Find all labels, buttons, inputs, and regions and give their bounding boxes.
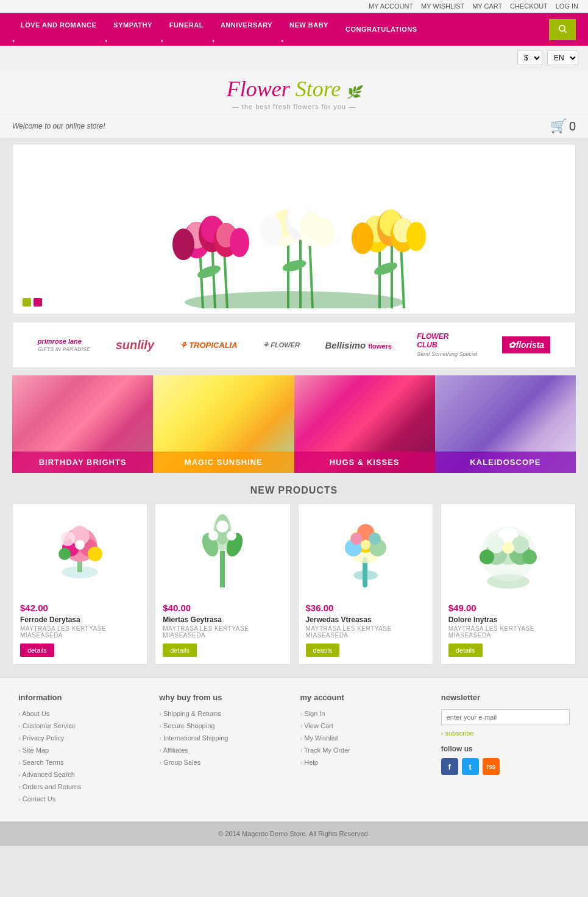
svg-point-67 — [361, 540, 370, 550]
svg-point-66 — [369, 533, 381, 545]
hero-dot-2[interactable] — [34, 298, 42, 307]
svg-line-10 — [401, 244, 404, 308]
footer-link-contact[interactable]: Contact Us — [18, 795, 55, 803]
details-button-2[interactable]: details — [163, 644, 197, 657]
product-price-4: $49.00 — [448, 603, 568, 613]
footer-link-affiliates[interactable]: Affiliates — [159, 746, 188, 754]
svg-point-46 — [60, 531, 75, 546]
footer-link-view-cart[interactable]: View Cart — [300, 722, 333, 729]
nav-anniversary[interactable]: ANNIVERSARY — [212, 13, 281, 37]
product-flower-1-svg — [49, 517, 110, 590]
footer-link-advanced-search[interactable]: Advanced Search — [18, 771, 75, 778]
product-flower-4-svg — [475, 514, 542, 594]
svg-point-38 — [185, 291, 404, 308]
footer-link-search-terms[interactable]: Search Terms — [18, 759, 63, 766]
welcome-bar: Welcome to our online store! 🛒 0 — [0, 114, 588, 138]
footer-my-account-list: Sign In View Cart My Wishlist Track My O… — [300, 709, 429, 767]
subscribe-button[interactable]: subscribe — [441, 729, 474, 737]
footer-link-help[interactable]: Help — [300, 759, 318, 766]
hero-dot-1[interactable] — [23, 298, 31, 307]
svg-point-28 — [260, 214, 282, 246]
my-account-link[interactable]: MY ACCOUNT — [369, 2, 413, 10]
hero-dots — [23, 298, 42, 307]
product-flower-3-svg — [335, 514, 396, 594]
hero-banner — [12, 144, 576, 314]
category-kaleidoscope[interactable]: KALEIDOSCOPE — [435, 375, 576, 473]
my-cart-link[interactable]: MY CART — [472, 2, 502, 10]
product-card-1: $42.00 Ferrode Derytasa MAYTRASA LES KER… — [12, 503, 147, 665]
product-image-3 — [306, 511, 425, 597]
nav-love-romance[interactable]: LOVE AND ROMANCE — [12, 13, 105, 37]
svg-point-48 — [88, 547, 102, 561]
footer-newsletter-heading: newsletter — [441, 693, 570, 702]
product-desc-4: MAYTRASA LES KERTYASE MIASEASEDA — [448, 625, 568, 639]
utility-bar: $ € EN FR — [0, 46, 588, 70]
newsletter-email-input[interactable] — [441, 709, 570, 725]
cart-icon[interactable]: 🛒 0 — [550, 118, 576, 134]
site-tagline: — the best fresh flowers for you — — [12, 103, 576, 110]
footer-link-signin[interactable]: Sign In — [300, 710, 325, 717]
product-image-4 — [448, 511, 568, 597]
site-logo: Flower Store 🌿 — [12, 76, 576, 102]
footer-link-privacy[interactable]: Privacy Policy — [18, 734, 64, 742]
svg-point-20 — [172, 229, 194, 260]
search-button[interactable] — [549, 19, 576, 40]
product-image-1 — [20, 511, 140, 597]
new-products-title: NEW PRODUCTS — [0, 485, 588, 496]
nav-list: LOVE AND ROMANCE SYMPATHY FUNERAL ANNIVE… — [12, 13, 549, 46]
footer-link-wishlist[interactable]: My Wishlist — [300, 734, 338, 742]
svg-point-76 — [480, 550, 494, 564]
category-label-sunshine: MAGIC SUNSHINE — [153, 452, 294, 473]
cart-count: 0 — [569, 119, 576, 133]
brand-bellisimo: Bellisimo flowers — [325, 340, 391, 350]
product-desc-3: MAYTRASA LES KERTYASE MIASEASEDA — [306, 625, 425, 639]
details-button-3[interactable]: details — [306, 644, 340, 657]
category-hugs-kisses[interactable]: HUGS & KISSES — [294, 375, 435, 473]
svg-point-12 — [281, 258, 307, 274]
hero-visual — [13, 147, 575, 311]
category-magic-sunshine[interactable]: MAGIC SUNSHINE — [153, 375, 294, 473]
category-birthday-brights[interactable]: BIRTHDAY BRIGHTS — [12, 375, 153, 473]
product-card-3: $36.00 Jerwedas Vtreasas MAYTRASA LES KE… — [298, 503, 433, 665]
product-card-2: $40.00 Miertas Geytrasa MAYTRASA LES KER… — [155, 503, 290, 665]
language-selector[interactable]: EN FR — [547, 51, 578, 65]
svg-point-37 — [406, 222, 426, 251]
footer-link-sitemap[interactable]: Site Map — [18, 746, 49, 754]
svg-point-59 — [353, 570, 378, 580]
facebook-button[interactable]: f — [441, 758, 458, 775]
product-name-1: Ferrode Derytasa — [20, 615, 140, 624]
my-wishlist-link[interactable]: MY WISHLIST — [421, 2, 464, 10]
login-link[interactable]: LOG IN — [556, 2, 578, 10]
nav-new-baby[interactable]: NEW BABY — [281, 13, 337, 37]
product-name-4: Dolore Inytras — [448, 615, 568, 624]
footer-information: information About Us Customer Service Pr… — [18, 693, 147, 807]
nav-funeral[interactable]: FUNERAL — [161, 13, 212, 37]
brand-tropicalia: ⚘ TROPICALIA — [180, 341, 238, 350]
details-button-4[interactable]: details — [448, 644, 483, 657]
rss-button[interactable]: rss — [483, 758, 500, 775]
footer-link-shipping[interactable]: Shipping & Returns — [159, 710, 221, 717]
footer-link-customer[interactable]: Customer Service — [18, 722, 76, 729]
products-grid: $42.00 Ferrode Derytasa MAYTRASA LES KER… — [12, 503, 576, 665]
nav-sympathy[interactable]: SYMPATHY — [105, 13, 161, 37]
brand-florista: ✿florista — [502, 336, 550, 353]
footer-link-international[interactable]: International Shipping — [159, 734, 228, 742]
product-price-2: $40.00 — [163, 603, 282, 613]
footer-link-track-order[interactable]: Track My Order — [300, 746, 351, 754]
svg-point-57 — [227, 531, 236, 541]
footer-link-about[interactable]: About Us — [18, 710, 49, 717]
nav-congratulations[interactable]: CONGRATULATIONS — [337, 17, 426, 41]
footer-link-secure[interactable]: Secure Shopping — [159, 722, 214, 729]
svg-point-49 — [58, 548, 71, 560]
product-name-2: Miertas Geytrasa — [163, 615, 282, 624]
footer-link-group-sales[interactable]: Group Sales — [159, 759, 200, 766]
checkout-link[interactable]: CHECKOUT — [510, 2, 548, 10]
details-button-1[interactable]: details — [20, 644, 54, 657]
footer-newsletter: newsletter subscribe follow us f t rss — [441, 693, 570, 807]
footer-my-account: my account Sign In View Cart My Wishlist… — [300, 693, 429, 807]
currency-selector[interactable]: $ € — [517, 51, 542, 65]
svg-line-1 — [564, 30, 567, 33]
product-price-1: $42.00 — [20, 603, 140, 613]
footer-link-orders[interactable]: Orders and Returns — [18, 783, 81, 790]
twitter-button[interactable]: t — [462, 758, 479, 775]
